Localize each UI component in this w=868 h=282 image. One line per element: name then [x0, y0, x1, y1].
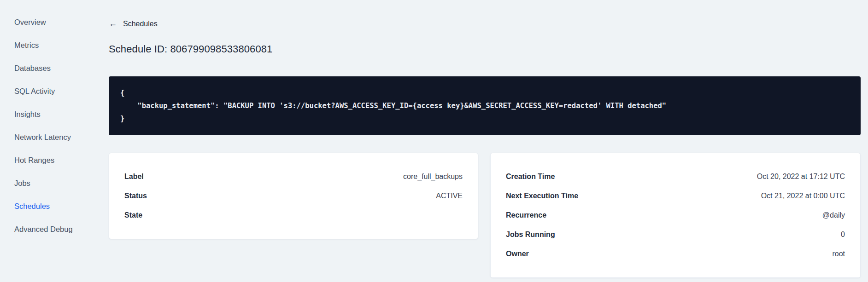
card-row-creation-time: Creation Time Oct 20, 2022 at 17:12 UTC	[506, 167, 845, 186]
sidebar-item-hot-ranges[interactable]: Hot Ranges	[0, 149, 109, 172]
row-value: @daily	[822, 211, 845, 219]
row-label: Jobs Running	[506, 230, 555, 239]
page-title: Schedule ID: 806799098533806081	[109, 43, 861, 55]
schedule-definition-code: { "backup_statement": "BACKUP INTO 's3:/…	[109, 76, 861, 135]
row-value: core_full_backups	[403, 173, 463, 181]
row-label: State	[124, 211, 142, 219]
main-content: ← Schedules Schedule ID: 806799098533806…	[109, 0, 861, 282]
row-label: Owner	[506, 250, 529, 258]
row-label: Creation Time	[506, 173, 555, 181]
sidebar-item-advanced-debug[interactable]: Advanced Debug	[0, 218, 109, 241]
card-row-status: Status ACTIVE	[124, 186, 463, 206]
execution-info-card: Creation Time Oct 20, 2022 at 17:12 UTC …	[490, 153, 861, 278]
back-arrow-icon: ←	[109, 19, 117, 28]
row-value: Oct 20, 2022 at 17:12 UTC	[757, 173, 845, 181]
row-value: 0	[841, 230, 845, 239]
row-value: ACTIVE	[436, 192, 463, 200]
sidebar-item-jobs[interactable]: Jobs	[0, 172, 109, 195]
sidebar-nav-list: Overview Metrics Databases SQL Activity …	[0, 11, 109, 241]
row-value: Oct 21, 2022 at 0:00 UTC	[761, 192, 845, 200]
card-row-owner: Owner root	[506, 244, 845, 264]
row-value: root	[832, 250, 845, 258]
card-row-state: State	[124, 206, 463, 225]
row-label: Label	[124, 173, 144, 181]
card-row-jobs-running: Jobs Running 0	[506, 225, 845, 244]
schedule-detail-page: Overview Metrics Databases SQL Activity …	[0, 0, 868, 282]
row-label: Recurrence	[506, 211, 546, 219]
sidebar-item-network-latency[interactable]: Network Latency	[0, 126, 109, 149]
back-link-label: Schedules	[123, 20, 158, 28]
sidebar-item-insights[interactable]: Insights	[0, 103, 109, 126]
card-row-label: Label core_full_backups	[124, 167, 463, 186]
sidebar-item-overview[interactable]: Overview	[0, 11, 109, 34]
sidebar: Overview Metrics Databases SQL Activity …	[0, 0, 109, 282]
back-link-schedules[interactable]: ← Schedules	[109, 20, 158, 28]
card-row-next-execution-time: Next Execution Time Oct 21, 2022 at 0:00…	[506, 186, 845, 206]
row-label: Next Execution Time	[506, 192, 578, 200]
detail-cards-row: Label core_full_backups Status ACTIVE St…	[109, 153, 861, 278]
row-label: Status	[124, 192, 147, 200]
schedule-info-card: Label core_full_backups Status ACTIVE St…	[109, 153, 478, 239]
sidebar-item-sql-activity[interactable]: SQL Activity	[0, 80, 109, 103]
sidebar-item-metrics[interactable]: Metrics	[0, 34, 109, 57]
sidebar-item-databases[interactable]: Databases	[0, 57, 109, 80]
card-row-recurrence: Recurrence @daily	[506, 206, 845, 225]
sidebar-item-schedules[interactable]: Schedules	[0, 195, 109, 218]
